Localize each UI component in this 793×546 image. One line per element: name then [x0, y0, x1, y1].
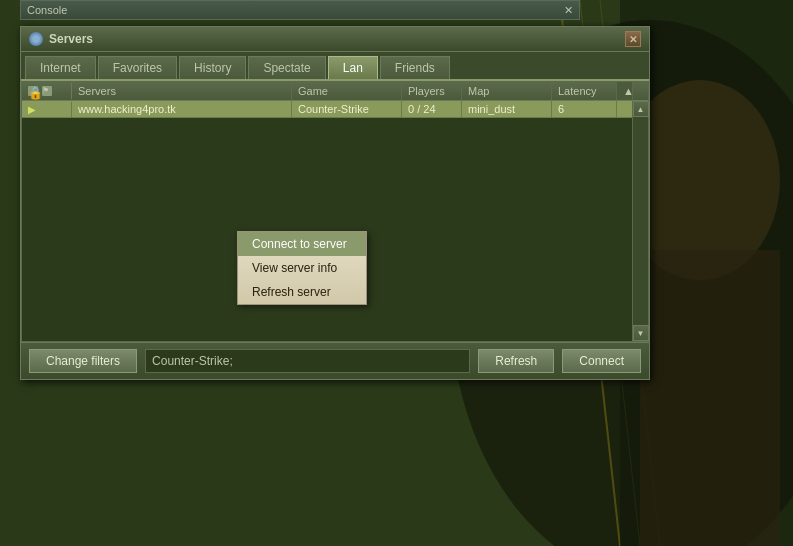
th-players[interactable]: Players — [402, 82, 462, 100]
tab-friends[interactable]: Friends — [380, 56, 450, 79]
tab-internet[interactable]: Internet — [25, 56, 96, 79]
td-map: mini_dust — [462, 101, 552, 117]
tab-lan[interactable]: Lan — [328, 56, 378, 79]
console-bar: Console ✕ — [20, 0, 580, 20]
scroll-up-button[interactable]: ▲ — [633, 101, 649, 117]
change-filters-button[interactable]: Change filters — [29, 349, 137, 373]
td-icons: ▶ — [22, 102, 72, 117]
th-game[interactable]: Game — [292, 82, 402, 100]
tab-spectate[interactable]: Spectate — [248, 56, 325, 79]
table-body: ▶ www.hacking4pro.tk Counter-Strike 0 / … — [22, 101, 648, 341]
td-latency: 6 — [552, 101, 617, 117]
table-header: 🔒 ⚑ Servers Game Players Map Latency ▲ — [22, 82, 648, 101]
console-close-button[interactable]: ✕ — [564, 4, 573, 17]
context-menu: Connect to server View server info Refre… — [237, 231, 367, 305]
vac-icon: ⚑ — [42, 86, 52, 96]
svg-rect-7 — [640, 250, 780, 546]
lock-icon: 🔒 — [28, 86, 38, 96]
steam-icon — [29, 32, 43, 46]
th-server[interactable]: Servers — [72, 82, 292, 100]
td-players: 0 / 24 — [402, 101, 462, 117]
th-map[interactable]: Map — [462, 82, 552, 100]
th-icons: 🔒 ⚑ — [22, 83, 72, 99]
table-row[interactable]: ▶ www.hacking4pro.tk Counter-Strike 0 / … — [22, 101, 648, 118]
window-titlebar: Servers ✕ — [21, 27, 649, 52]
th-scroll: ▲ — [617, 82, 633, 100]
connect-button[interactable]: Connect — [562, 349, 641, 373]
context-refresh[interactable]: Refresh server — [238, 280, 366, 304]
window-title: Servers — [29, 32, 93, 46]
scroll-down-button[interactable]: ▼ — [633, 325, 649, 341]
td-game: Counter-Strike — [292, 101, 402, 117]
servers-window: Servers ✕ Internet Favorites History Spe… — [20, 26, 650, 380]
context-connect[interactable]: Connect to server — [238, 232, 366, 256]
tab-history[interactable]: History — [179, 56, 246, 79]
bottom-bar: Change filters Refresh Connect — [21, 342, 649, 379]
context-view-info[interactable]: View server info — [238, 256, 366, 280]
th-latency[interactable]: Latency — [552, 82, 617, 100]
server-table: 🔒 ⚑ Servers Game Players Map Latency ▲ ▶… — [21, 81, 649, 342]
refresh-button[interactable]: Refresh — [478, 349, 554, 373]
tab-bar: Internet Favorites History Spectate Lan … — [21, 52, 649, 81]
console-title: Console — [27, 4, 67, 16]
scrollbar: ▲ ▼ — [632, 101, 648, 341]
td-server: www.hacking4pro.tk — [72, 101, 292, 117]
window-close-button[interactable]: ✕ — [625, 31, 641, 47]
server-arrow-icon: ▶ — [28, 104, 36, 115]
filter-input[interactable] — [145, 349, 470, 373]
tab-favorites[interactable]: Favorites — [98, 56, 177, 79]
